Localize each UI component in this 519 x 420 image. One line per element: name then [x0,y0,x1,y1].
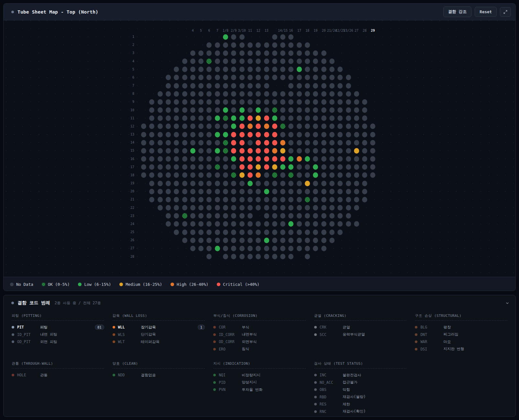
tube-dot[interactable] [239,107,245,113]
tube-dot[interactable] [215,164,220,170]
tube-dot[interactable] [215,140,220,145]
tube-dot[interactable] [190,99,195,105]
tube-dot[interactable] [321,99,326,105]
tube-dot[interactable] [223,164,228,170]
tube-dot[interactable] [182,99,187,105]
tube-dot[interactable] [297,115,302,121]
tube-dot[interactable] [239,238,245,243]
tube-dot[interactable] [313,156,318,162]
tube-dot[interactable] [321,59,326,64]
tube-dot[interactable] [280,34,285,40]
tube-dot[interactable] [288,132,293,137]
tube-dot[interactable] [329,91,335,97]
tube-dot[interactable] [239,59,245,64]
tube-dot[interactable] [256,59,261,64]
tube-dot[interactable] [239,172,245,178]
defect-code-item[interactable]: INC불완전검사 [314,372,407,379]
tube-dot[interactable] [313,107,318,113]
tube-dot[interactable] [215,91,220,97]
tube-dot[interactable] [174,205,179,210]
tube-dot[interactable] [354,91,359,97]
tube-dot[interactable] [166,156,171,162]
tube-dot[interactable] [141,172,146,178]
tube-dot[interactable] [215,230,220,235]
tube-dot[interactable] [206,221,212,227]
tube-dot[interactable] [337,230,343,235]
tube-dot[interactable] [231,238,236,243]
tube-dot[interactable] [346,124,351,129]
tube-dot[interactable] [248,132,253,137]
tube-dot[interactable] [321,213,326,219]
tube-dot[interactable] [190,67,195,72]
tube-dot[interactable] [215,181,220,186]
tube-dot[interactable] [346,75,351,80]
tube-dot[interactable] [248,140,253,145]
tube-dot[interactable] [354,148,359,154]
tube-dot[interactable] [305,124,310,129]
tube-dot[interactable] [354,221,359,227]
tube-dot[interactable] [190,205,195,210]
defect-code-item[interactable]: RBD재검사(불량) [314,393,407,401]
tube-dot[interactable] [174,230,179,235]
tube-dot[interactable] [280,197,285,202]
tube-dot[interactable] [288,197,293,202]
tube-dot[interactable] [206,156,212,162]
tube-dot[interactable] [321,238,326,243]
tube-dot[interactable] [337,107,343,113]
tube-dot[interactable] [198,189,204,194]
tube-dot[interactable] [215,197,220,202]
tube-dot[interactable] [321,132,326,137]
tube-dot[interactable] [190,59,195,64]
tube-dot[interactable] [174,140,179,145]
tube-dot[interactable] [264,50,269,56]
tube-dot[interactable] [239,34,245,40]
tube-dot[interactable] [354,205,359,210]
tube-dot[interactable] [305,67,310,72]
tube-dot[interactable] [190,140,195,145]
tube-dot[interactable] [280,172,285,178]
tube-dot[interactable] [182,172,187,178]
tube-dot[interactable] [272,132,277,137]
tube-dot[interactable] [223,221,228,227]
defect-code-item[interactable]: WLT테이퍼감육 [113,338,205,346]
tube-dot[interactable] [206,75,212,80]
tube-dot[interactable] [182,221,187,227]
tube-dot[interactable] [166,164,171,170]
tube-dot[interactable] [256,164,261,170]
tube-dot[interactable] [288,107,293,113]
tube-dot[interactable] [223,254,228,259]
tube-dot[interactable] [190,124,195,129]
tube-dot[interactable] [280,99,285,105]
defect-code-item[interactable]: PID양성지시 [213,379,306,386]
tube-dot[interactable] [256,99,261,105]
tube-dot[interactable] [272,59,277,64]
tube-dot[interactable] [149,148,154,154]
tube-dot[interactable] [231,156,236,162]
tube-dot[interactable] [223,156,228,162]
tube-dot[interactable] [288,164,293,170]
tube-dot[interactable] [231,148,236,154]
defect-code-item[interactable]: CRK균열 [314,324,407,331]
tube-dot[interactable] [239,42,245,48]
tube-dot[interactable] [231,124,236,129]
tube-dot[interactable] [321,148,326,154]
tube-dot[interactable] [362,181,367,186]
tube-dot[interactable] [256,75,261,80]
tube-dot[interactable] [198,59,204,64]
tube-dot[interactable] [231,254,236,259]
tube-dot[interactable] [223,213,228,219]
tube-dot[interactable] [256,189,261,194]
tube-dot[interactable] [206,50,212,56]
tube-dot[interactable] [370,132,375,137]
tube-dot[interactable] [346,140,351,145]
tube-dot[interactable] [337,213,343,219]
tube-dot[interactable] [248,156,253,162]
tube-dot[interactable] [297,107,302,113]
tube-dot[interactable] [272,164,277,170]
tube-dot[interactable] [362,99,367,105]
tube-dot[interactable] [305,254,310,259]
tube-dot[interactable] [239,213,245,219]
tube-dot[interactable] [272,189,277,194]
tube-dot[interactable] [248,221,253,227]
tube-dot[interactable] [231,50,236,56]
